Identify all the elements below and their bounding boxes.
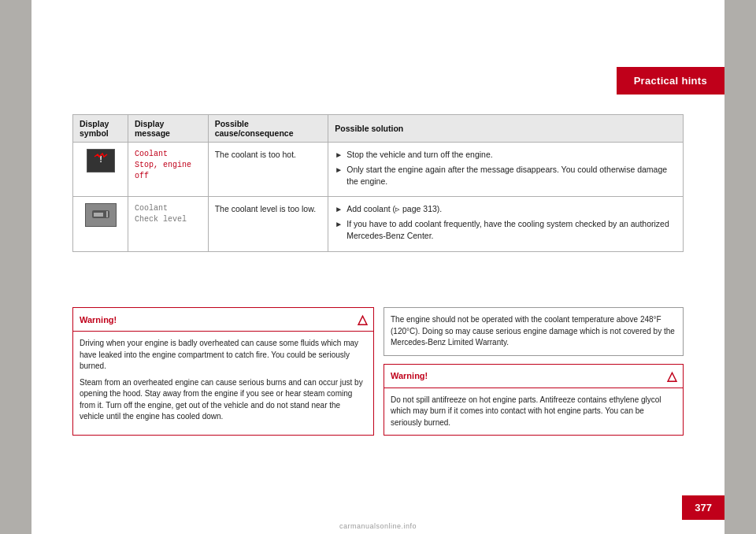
cause-text-2: The coolant level is too low.	[215, 204, 316, 213]
col-header-cause: Possible cause/consequence	[208, 115, 328, 143]
table-row: ! Coolant Stop, engine off The coolant i…	[73, 143, 684, 197]
engine-hot-icon: !	[87, 149, 115, 172]
warning-para-1: Driving when your engine is badly overhe…	[80, 338, 367, 373]
warning-title-right: Warning!	[391, 371, 428, 380]
symbol-cell-1: !	[73, 143, 128, 197]
col-header-display-message: Display message	[128, 115, 209, 143]
coolant-level-icon	[85, 203, 117, 227]
solution-text-2b: If you have to add coolant frequently, h…	[346, 218, 676, 241]
solution-text-1a: Stop the vehicle and turn off the engine…	[346, 149, 492, 161]
message-line1-row1: Coolant	[135, 149, 202, 160]
info-box: The engine should not be operated with t…	[384, 307, 684, 356]
warning-right-column: The engine should not be operated with t…	[384, 307, 684, 436]
message-cell-1: Coolant Stop, engine off	[128, 143, 209, 197]
watermark: carmanualsonline.info	[339, 522, 417, 530]
page-content: Practical hints Display symbol Display m…	[32, 0, 724, 534]
warning-box-right-inner: Warning! △ Do not spill antifreeze on ho…	[384, 364, 684, 436]
solution-item: ► Only start the engine again after the …	[335, 164, 676, 187]
warning-triangle-icon-right: △	[667, 369, 676, 384]
bullet-arrow-icon: ►	[335, 204, 343, 215]
message-cell-2: Coolant Check level	[128, 197, 209, 251]
section-title: Practical hints	[634, 75, 707, 87]
warning-section: Warning! △ Driving when your engine is b…	[72, 307, 684, 436]
warning-header-right: Warning! △	[384, 365, 683, 388]
message-line2-row2: Check level	[135, 214, 202, 225]
cause-text-1: The coolant is too hot.	[215, 150, 296, 159]
cause-cell-1: The coolant is too hot.	[208, 143, 328, 197]
bullet-arrow-icon: ►	[335, 219, 343, 230]
solution-text-1b: Only start the engine again after the me…	[346, 164, 676, 187]
cause-cell-2: The coolant level is too low.	[208, 197, 328, 251]
warning-body-left: Driving when your engine is badly overhe…	[73, 332, 373, 429]
solution-cell-2: ► Add coolant (▹ page 313). ► If you hav…	[328, 197, 684, 251]
warning-header-left: Warning! △	[73, 308, 373, 332]
bullet-arrow-icon: ►	[335, 150, 343, 161]
section-header-tab: Practical hints	[617, 67, 724, 95]
solution-cell-1: ► Stop the vehicle and turn off the engi…	[328, 143, 684, 197]
solution-item: ► If you have to add coolant frequently,…	[335, 218, 676, 241]
bullet-arrow-icon: ►	[335, 165, 343, 176]
svg-rect-4	[94, 213, 103, 217]
warning-para-2: Steam from an overheated engine can caus…	[80, 377, 367, 423]
watermark-text: carmanualsonline.info	[339, 522, 417, 530]
page-number-text: 377	[695, 502, 712, 514]
solution-text-2a: Add coolant (▹ page 313).	[346, 203, 442, 215]
symbol-cell-2	[73, 197, 128, 251]
table-row: Coolant Check level The coolant level is…	[73, 197, 684, 251]
page-number-badge: 377	[682, 495, 724, 520]
info-box-text: The engine should not be operated with t…	[391, 315, 675, 347]
solution-item: ► Stop the vehicle and turn off the engi…	[335, 149, 676, 161]
message-line2-row1: Stop, engine off	[135, 160, 202, 182]
left-sidebar-strip	[0, 0, 32, 534]
warning-triangle-icon-left: △	[358, 312, 367, 327]
warning-title-left: Warning!	[80, 315, 117, 324]
right-sidebar-strip	[724, 0, 756, 534]
warning-right-text: Do not spill antifreeze on hot engine pa…	[391, 395, 676, 429]
warning-body-right: Do not spill antifreeze on hot engine pa…	[384, 388, 683, 436]
col-header-display-symbol: Display symbol	[73, 115, 128, 143]
data-table: Display symbol Display message Possible …	[72, 114, 684, 252]
solution-item: ► Add coolant (▹ page 313).	[335, 203, 676, 215]
message-line1-row2: Coolant	[135, 203, 202, 214]
warning-box-left: Warning! △ Driving when your engine is b…	[72, 307, 374, 436]
col-header-solution: Possible solution	[328, 115, 684, 143]
